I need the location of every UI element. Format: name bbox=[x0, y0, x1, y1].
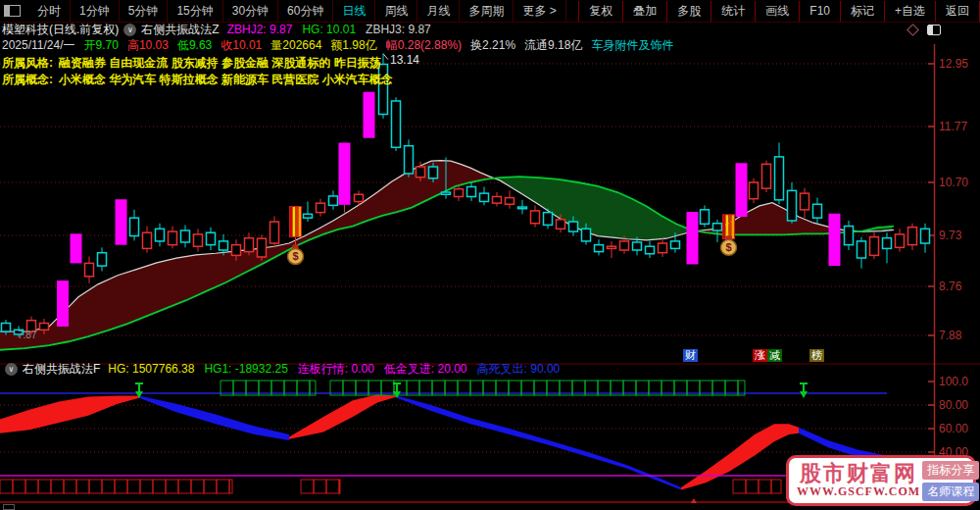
toolbar-period-item[interactable]: 30分钟 bbox=[223, 0, 278, 22]
candle-down bbox=[671, 241, 680, 249]
trading-terminal: 分时1分钟5分钟15分钟30分钟60分钟日线周线月线多周期更多 > 复权叠加多股… bbox=[0, 0, 980, 510]
toolbar-action-button[interactable]: 统计 bbox=[710, 1, 755, 22]
candle-down bbox=[156, 229, 165, 241]
concept-label: 所属概念: bbox=[2, 72, 53, 88]
bottom-tab[interactable]: 涨 bbox=[753, 349, 767, 362]
red-comb-cell bbox=[64, 480, 76, 493]
sub-axis-label: 100.0 bbox=[939, 375, 968, 388]
candle-down bbox=[467, 186, 476, 196]
red-comb-cell bbox=[38, 480, 51, 493]
candle-up bbox=[355, 194, 364, 201]
chevron-down-icon[interactable]: ∨ bbox=[123, 24, 136, 36]
quote-bar: 2025/11/24/一 开9.70高10.03低9.63收10.01量2026… bbox=[0, 37, 980, 54]
minimize-icon[interactable] bbox=[3, 504, 15, 510]
toolbar-period-item[interactable]: 60分钟 bbox=[278, 0, 333, 22]
red-comb-cell bbox=[140, 480, 153, 493]
toolbar-action-button[interactable]: 多股 bbox=[666, 1, 710, 22]
candle-down bbox=[429, 167, 438, 178]
price-axis-label: 11.77 bbox=[939, 120, 967, 133]
red-comb-cell bbox=[339, 480, 340, 493]
toolbar-action-button[interactable]: +自选 bbox=[884, 1, 935, 22]
toolbar-period-item[interactable]: 分时 bbox=[28, 0, 71, 22]
red-comb-cell bbox=[301, 480, 314, 493]
window-split-icon[interactable] bbox=[4, 5, 21, 17]
candle-up bbox=[750, 182, 759, 199]
price-axis-label: 8.76 bbox=[939, 280, 962, 293]
toolbar-action-button[interactable]: 叠加 bbox=[622, 1, 666, 22]
toolbar-period-item[interactable]: 5分钟 bbox=[120, 0, 169, 22]
toolbar-action-button[interactable]: 标记 bbox=[840, 1, 884, 22]
toolbar-period-item[interactable]: 日线 bbox=[333, 0, 375, 22]
bottom-tab[interactable]: 榜 bbox=[809, 349, 824, 362]
signal-bar bbox=[57, 280, 69, 327]
toolbar-action-button[interactable]: 返回 bbox=[935, 1, 980, 22]
main-indicator-name: 右侧共振战法Z bbox=[141, 22, 219, 38]
stock-header: 模塑科技(日线.前复权) ∨ 右侧共振战法Z ZBHJ2: 9.87HG: 10… bbox=[0, 22, 980, 37]
bottom-tab[interactable]: 减 bbox=[767, 349, 782, 362]
layout-panel-icon[interactable] bbox=[927, 25, 941, 35]
sub-indicator-name: 右侧共振战法F bbox=[23, 361, 100, 378]
red-comb-cell bbox=[76, 480, 89, 493]
red-comb-cell bbox=[0, 480, 13, 493]
svg-text:$: $ bbox=[725, 241, 731, 253]
candle-up bbox=[232, 245, 241, 256]
quote-field: 开9.70 bbox=[84, 38, 119, 52]
toolbar-action-button[interactable]: 画线 bbox=[755, 1, 799, 22]
candle-up bbox=[85, 263, 94, 276]
candle-up bbox=[245, 238, 254, 252]
chevron-down-icon[interactable]: ∨ bbox=[5, 363, 18, 376]
red-comb-cell bbox=[229, 480, 232, 493]
candle-down bbox=[544, 213, 553, 226]
quote-field: 流通9.18亿 bbox=[524, 38, 582, 52]
bottom-tab[interactable]: 财 bbox=[683, 349, 698, 362]
indicator-field: ZBHJ2: 9.87 bbox=[227, 23, 293, 36]
toolbar-period-item[interactable]: 更多 > bbox=[514, 0, 565, 22]
candle-up bbox=[531, 211, 540, 224]
candle-up bbox=[40, 324, 49, 331]
style-label: 所属风格: bbox=[2, 55, 53, 72]
quote-field: 收10.01 bbox=[220, 38, 262, 52]
toolbar-period-item[interactable]: 1分钟 bbox=[71, 0, 120, 22]
candle-down bbox=[329, 196, 338, 205]
candle-down bbox=[405, 146, 414, 174]
signal-bar bbox=[71, 233, 82, 263]
svg-text:$: $ bbox=[292, 250, 298, 262]
toolbar-period-item[interactable]: 月线 bbox=[417, 0, 460, 22]
signal-bar bbox=[339, 143, 351, 205]
quote-date: 2025/11/24/一 bbox=[2, 37, 75, 54]
candle-down bbox=[845, 227, 854, 245]
concept-tags: 小米概念 华为汽车 特斯拉概念 新能源车 民营医院 小米汽车概念 bbox=[59, 72, 393, 88]
candle-up bbox=[762, 164, 771, 188]
candle-down bbox=[713, 224, 722, 230]
red-comb-cell bbox=[166, 480, 178, 493]
ribbon-blue bbox=[139, 395, 289, 440]
red-comb-cell bbox=[102, 480, 115, 493]
indicator-field: HG: 1507766.38 bbox=[108, 362, 194, 376]
red-comb-cell bbox=[153, 480, 166, 493]
diamond-icon[interactable] bbox=[906, 24, 919, 36]
signal-bar bbox=[736, 163, 748, 217]
candle-up bbox=[143, 232, 152, 248]
toolbar-action-button[interactable]: 复权 bbox=[578, 1, 622, 22]
toolbar-action-button[interactable]: F10 bbox=[799, 1, 840, 22]
watermark-text: 股市财富网 WWW.GSCFW.COM bbox=[797, 463, 920, 499]
toolbar-period-item[interactable]: 周线 bbox=[375, 0, 417, 22]
badge-indicator-share: 指标分享 bbox=[922, 461, 979, 480]
quote-field: 换2.21% bbox=[470, 38, 515, 52]
indicator-field: HG1: -18932.25 bbox=[204, 362, 287, 376]
candle-down bbox=[883, 238, 892, 249]
signal-bar bbox=[116, 199, 127, 244]
sub-indicator-values: HG: 1507766.38HG1: -18932.25连板行情: 0.00低金… bbox=[108, 361, 569, 378]
quote-field: 高10.03 bbox=[127, 38, 169, 52]
red-comb-cell bbox=[217, 480, 229, 493]
candle-down bbox=[775, 157, 784, 200]
low-price-label: 7.87 bbox=[18, 330, 37, 340]
quote-field: 低9.63 bbox=[177, 38, 212, 52]
candle-down bbox=[442, 192, 451, 194]
toolbar: 分时1分钟5分钟15分钟30分钟60分钟日线周线月线多周期更多 > 复权叠加多股… bbox=[0, 0, 980, 23]
red-comb-cell bbox=[13, 480, 25, 493]
quote-values: 开9.70高10.03低9.63收10.01量202664额1.98亿幅0.28… bbox=[84, 37, 683, 54]
toolbar-period-item[interactable]: 多周期 bbox=[460, 0, 514, 22]
candle-down bbox=[392, 101, 401, 147]
toolbar-period-item[interactable]: 15分钟 bbox=[168, 0, 222, 22]
